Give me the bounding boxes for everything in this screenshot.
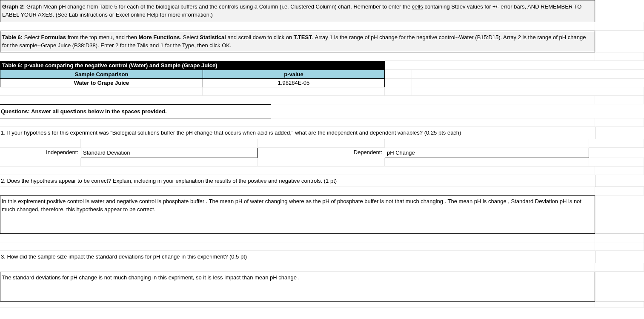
grid-cell[interactable]	[412, 70, 644, 79]
grid-cell[interactable]	[595, 251, 644, 263]
table6-header-pvalue: p-value	[203, 70, 385, 79]
table6-pvalue-value[interactable]: 1.98284E-05	[203, 79, 385, 87]
blank-row	[0, 242, 644, 251]
q3-answer[interactable]: The standard deviations for pH change is…	[0, 272, 595, 302]
blank-row	[0, 158, 644, 167]
blank-row	[0, 263, 644, 272]
table6-title: Table 6: p-value comparing the negative …	[0, 61, 385, 70]
grid-cell[interactable]	[595, 195, 644, 234]
dependent-input[interactable]: pH Change	[385, 148, 589, 158]
grid-cell[interactable]	[595, 31, 644, 53]
blank-row	[0, 22, 644, 31]
q2-text: 2. Does the hypothesis appear to be corr…	[0, 175, 595, 187]
blank-row	[0, 139, 644, 148]
grid-cell[interactable]	[412, 79, 644, 87]
grid-cell[interactable]	[595, 272, 644, 302]
blank-row	[0, 52, 644, 61]
blank-row	[0, 302, 644, 308]
grid-cell[interactable]	[385, 61, 644, 70]
table6-header-sample: Sample Comparison	[0, 70, 203, 79]
worksheet: Graph 2: Graph Mean pH change from Table…	[0, 0, 644, 308]
blank-row	[0, 96, 644, 104]
independent-input[interactable]: Standard Deviation	[81, 148, 258, 158]
grid-cell[interactable]	[385, 79, 412, 87]
graph2-instruction: Graph 2: Graph Mean pH change from Table…	[0, 0, 595, 22]
table6-label: Table 6:	[2, 34, 23, 40]
table6-sample-value[interactable]: Water to Grape Juice	[0, 79, 203, 87]
blank-row	[0, 187, 644, 195]
blank-row	[0, 167, 644, 175]
graph2-label: Graph 2:	[2, 3, 25, 10]
table6-header-row: Sample Comparison p-value	[0, 70, 385, 79]
grid-cell[interactable]	[595, 127, 644, 139]
grid-cell[interactable]	[589, 148, 644, 158]
table6-instruction: Table 6: Select Formulas from the top me…	[0, 31, 595, 53]
blank-row	[0, 87, 644, 96]
blank-row	[0, 118, 644, 127]
q3-text: 3. How did the sample size impact the st…	[0, 251, 595, 263]
q1-inputs: Independent: Standard Deviation Dependen…	[0, 148, 644, 158]
grid-cell[interactable]	[385, 70, 412, 79]
graph2-text1: Graph Mean pH change from Table 5 for ea…	[25, 3, 412, 10]
independent-label: Independent:	[0, 148, 81, 158]
grid-cell[interactable]	[271, 104, 644, 118]
dependent-label: Dependent:	[258, 148, 385, 158]
questions-heading: Questions: Answer all questions below in…	[0, 104, 271, 118]
q2-answer[interactable]: In this expirement,positive control is w…	[0, 195, 595, 234]
grid-cell[interactable]	[595, 175, 644, 187]
grid-cell[interactable]	[595, 0, 644, 22]
blank-row	[0, 234, 644, 242]
table6-data-row: Water to Grape Juice 1.98284E-05	[0, 79, 385, 87]
graph2-cells: cells	[412, 3, 423, 10]
q1-text: 1. If your hypothesis for this experimen…	[0, 127, 595, 139]
